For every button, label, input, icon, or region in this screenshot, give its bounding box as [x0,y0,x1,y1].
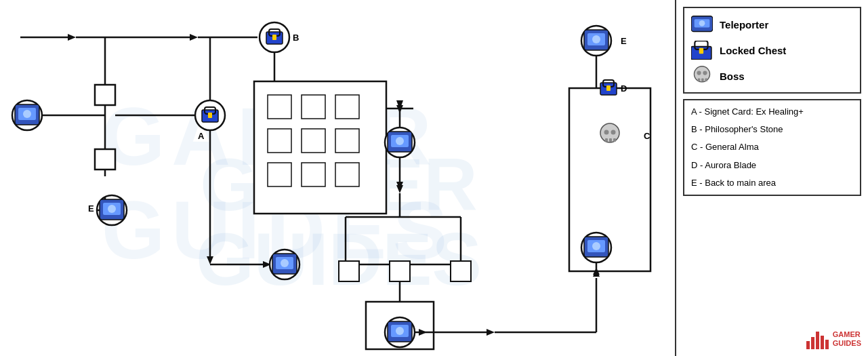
svg-marker-3 [68,34,76,41]
svg-point-70 [23,110,31,118]
svg-point-83 [396,137,404,145]
map-svg: GAMER GUIDES [0,0,671,356]
svg-rect-49 [451,261,471,281]
svg-rect-94 [606,85,611,91]
svg-rect-26 [268,129,291,153]
svg-rect-48 [390,261,410,281]
boss-legend-label: Boss [720,71,745,82]
svg-rect-28 [335,129,359,153]
legend-note-b: B - Philosopher's Stone [691,123,853,136]
locked-chest-d-icon [600,80,617,95]
teleporter-e-right-icon [584,30,608,50]
locked-chest-a-icon [202,107,218,122]
svg-point-79 [281,259,289,267]
map-area: GAMER GUIDES GAMER GUIDES [0,0,671,356]
svg-rect-110 [699,48,703,54]
teleporter-left-icon [15,104,39,125]
svg-rect-100 [613,138,616,142]
gg-logo-text: GAMER GUIDES [833,330,861,348]
boss-c-icon [600,123,619,142]
svg-point-113 [703,71,707,75]
locked-chest-legend-label: Locked Chest [720,45,786,56]
teleporter-maze-icon [272,254,297,274]
svg-rect-24 [302,95,325,119]
locked-chest-b-icon [266,29,283,44]
legend-note-e: E - Back to main area [691,177,853,189]
svg-rect-11 [95,85,115,105]
svg-rect-25 [335,95,359,119]
teleporter-legend-icon [691,14,713,35]
legend-item-boss: Boss [691,65,853,87]
svg-rect-73 [208,113,212,118]
svg-rect-50 [339,261,359,281]
svg-rect-30 [302,163,325,186]
svg-marker-56 [487,329,495,336]
teleporter-passage-icon [388,132,412,152]
svg-rect-116 [705,79,707,81]
label-b: B [293,33,299,43]
svg-point-97 [611,130,616,135]
svg-rect-31 [335,163,359,186]
legend-panel: Teleporter Locked Chest [675,0,868,356]
label-e-right: E [621,36,627,46]
svg-rect-114 [698,79,701,81]
svg-rect-23 [268,95,291,119]
boss-legend-icon [691,65,713,87]
svg-rect-67 [272,35,276,40]
svg-rect-12 [95,149,115,170]
gg-logo-bars-icon [806,329,829,349]
svg-point-76 [108,205,116,213]
svg-rect-27 [302,129,325,153]
svg-rect-98 [605,138,608,142]
svg-point-107 [699,20,705,26]
legend-note-d: D - Aurora Blade [691,159,853,172]
svg-text:GUIDES: GUIDES [196,217,482,300]
teleporter-bottom-icon [388,321,412,342]
svg-rect-29 [268,163,291,186]
teleporter-right-bottom-icon [584,237,608,257]
legend-notes-section: A - Signet Card: Ex Healing+ B - Philoso… [683,99,861,196]
teleporter-legend-label: Teleporter [720,19,768,31]
svg-rect-99 [609,138,612,142]
svg-point-87 [396,327,404,335]
svg-rect-115 [701,79,704,81]
legend-icons-section: Teleporter Locked Chest [683,7,861,94]
legend-item-locked-chest: Locked Chest [691,39,853,61]
legend-note-c: C - General Alma [691,141,853,153]
label-a: A [198,131,205,141]
legend-note-a: A - Signet Card: Ex Healing+ [691,106,853,118]
svg-point-103 [592,242,600,250]
legend-item-teleporter: Teleporter [691,14,853,35]
svg-point-112 [697,71,701,75]
svg-marker-5 [190,34,198,41]
svg-point-96 [604,130,609,135]
label-e-left: E [88,203,94,214]
gamer-guides-logo: GAMER GUIDES [806,329,861,349]
svg-point-91 [592,35,600,43]
label-d: D [621,83,627,94]
locked-chest-legend-icon [691,39,713,61]
teleporter-e-left-icon [100,199,124,220]
label-c: C [644,131,650,141]
